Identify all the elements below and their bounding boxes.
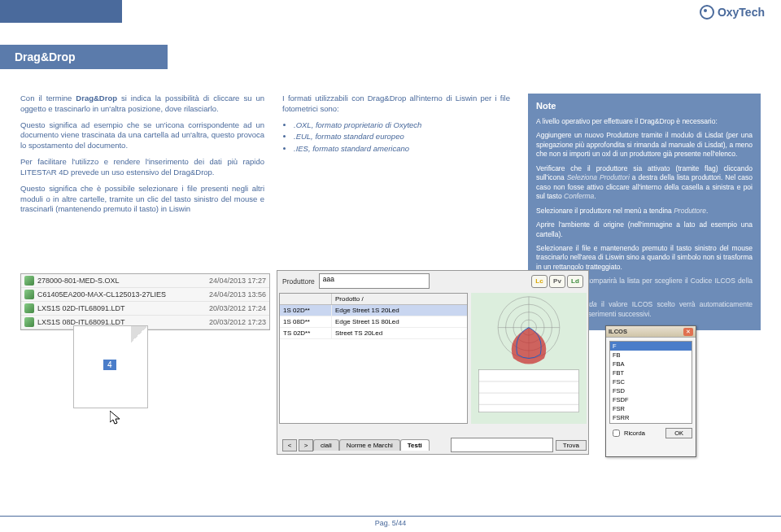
cursor-icon (110, 411, 121, 425)
brand-name: OxyTech (718, 6, 765, 19)
ricorda-label: Ricorda (624, 430, 645, 437)
header-stripe (0, 0, 122, 23)
note-para: A livello operativo per effettuare il Dr… (536, 117, 753, 126)
term-dragdrop: Drag&Drop (76, 94, 117, 102)
ricorda-checkbox[interactable]: Ricorda (609, 427, 645, 439)
format-list: .OXL, formato proprietario di Oxytech .E… (294, 120, 510, 155)
col-code (280, 294, 332, 304)
app-body: Prodotto / 1S 02D** Edge Street 1S 20Led… (277, 291, 588, 425)
list-item[interactable]: FSC (610, 377, 692, 386)
note-title: Note (536, 100, 753, 112)
list-item[interactable]: FD (610, 422, 692, 424)
col-product: Prodotto / (332, 294, 467, 304)
ricorda-input[interactable] (613, 430, 620, 437)
text: Seleziona Produttori (567, 173, 630, 181)
cell: Edge Street 1S 20Led (332, 305, 467, 316)
list-item[interactable]: FSRR (610, 413, 692, 422)
table-header: Prodotto / (280, 294, 467, 305)
drag-preview: 4 (73, 325, 148, 408)
list-item[interactable]: FBT (610, 368, 692, 377)
ilcos-listbox[interactable]: F FB FBA FBT FSC FSD FSDF FSR FSRR FD (609, 341, 692, 424)
cell: Street TS 20Led (332, 328, 467, 338)
tab[interactable]: Norme e Marchi (339, 439, 400, 451)
list-item[interactable]: FBA (610, 360, 692, 368)
file-icon (24, 317, 34, 327)
produttore-label: Produttore (282, 277, 315, 286)
note-para: Selezionare il produttore nel menù a ten… (536, 207, 753, 216)
note-para: Aprire l'ambiente di origine (nell'immag… (536, 220, 753, 239)
ld-badge[interactable]: Ld (567, 275, 583, 288)
file-date: 20/03/2012 17:24 (209, 304, 266, 312)
text: Con il termine (20, 94, 76, 102)
scroll-left-button[interactable]: < (282, 439, 297, 451)
close-icon[interactable]: ✕ (683, 328, 693, 336)
app-footer: < > ciali Norme e Marchi Testi Trova (279, 438, 587, 452)
text: . (706, 207, 708, 215)
para-formats: I formati utilizzabili con Drag&Drop all… (282, 94, 510, 115)
dialog-footer: Ricorda OK (606, 427, 696, 439)
file-list[interactable]: 278000-801-MED-S.OXL 24/04/2013 17:27 C6… (20, 273, 270, 330)
ok-button[interactable]: OK (665, 428, 692, 438)
table-row[interactable]: 1S 08D** Edge Street 1S 80Led (280, 316, 467, 328)
file-icon (24, 276, 34, 286)
format-item: .IES, formato standard americano (294, 144, 510, 155)
ilcos-dialog[interactable]: ILCOS ✕ F FB FBA FBT FSC FSD FSDF FSR FS… (605, 325, 696, 457)
scroll-right-button[interactable]: > (299, 439, 313, 451)
list-item[interactable]: FSR (610, 404, 692, 413)
file-icon (24, 303, 34, 313)
text: Selezionare il produttore nel menù a ten… (536, 207, 674, 215)
file-icon (24, 290, 34, 299)
lc-badge[interactable]: Lc (531, 275, 548, 288)
note-para: Verificare che il produttore sia attivat… (536, 164, 753, 202)
table-row[interactable]: 1S 02D** Edge Street 1S 20Led (280, 305, 467, 316)
dialog-titlebar[interactable]: ILCOS ✕ (606, 326, 696, 338)
para-litestar: Per facilitare l'utilizzo e rendere l'in… (20, 157, 264, 178)
pv-badge[interactable]: Pv (549, 275, 565, 288)
file-name: C61405EA200-MAX-CL125013-27LIES (37, 290, 209, 299)
tab[interactable]: Testi (400, 439, 430, 451)
logo-icon (700, 5, 714, 20)
cell: 1S 08D** (280, 316, 332, 327)
find-button[interactable]: Trova (556, 440, 587, 451)
produttore-combo[interactable]: aaa (319, 273, 430, 289)
list-item[interactable]: FSDF (610, 395, 692, 404)
app-toolbar: Produttore aaa Lc Pv Ld (277, 271, 588, 291)
para-selection: Questo significa che è possibile selezio… (20, 184, 264, 215)
file-date: 24/04/2013 17:27 (209, 277, 266, 285)
text: Conferma (564, 192, 594, 200)
file-date: 24/04/2013 13:56 (209, 290, 266, 299)
photometry-chart (471, 293, 587, 424)
find-box: Trova (451, 438, 587, 452)
file-row[interactable]: LXS1S 02D-ITL68091.LDT 20/03/2012 17:24 (21, 302, 269, 316)
para-example: Questo significa ad esempio che se un'ic… (20, 120, 264, 151)
page-title: Drag&Drop (0, 45, 168, 69)
cell: TS 02D** (280, 328, 332, 338)
file-row[interactable]: C61405EA200-MAX-CL125013-27LIES 24/04/20… (21, 288, 269, 302)
note-para: Selezionare il file e mantenendo premuto… (536, 244, 753, 272)
text: . (594, 192, 596, 200)
note-para: Aggiungere un nuovo Produttore tramite i… (536, 131, 753, 159)
file-date: 20/03/2012 17:23 (209, 318, 266, 326)
table-row[interactable]: TS 02D** Street TS 20Led (280, 328, 467, 339)
dialog-title: ILCOS (609, 328, 683, 335)
drag-count-badge: 4 (103, 359, 117, 371)
text: Produttore (674, 207, 706, 215)
tab-strip: ciali Norme e Marchi Testi (313, 439, 430, 451)
list-item[interactable]: F (610, 342, 692, 351)
app-panel: Produttore aaa Lc Pv Ld Prodotto / 1S 02… (277, 270, 589, 455)
para-intro: Con il termine Drag&Drop si indica la po… (20, 94, 264, 115)
cell: Edge Street 1S 80Led (332, 316, 467, 327)
file-name: LXS1S 02D-ITL68091.LDT (37, 304, 209, 312)
format-item: .OXL, formato proprietario di Oxytech (294, 120, 510, 131)
tab-scroll: < > (282, 439, 313, 451)
page-number: Pag. 5/44 (0, 516, 781, 527)
list-item[interactable]: FSD (610, 386, 692, 395)
format-item: .EUL, formato standard europeo (294, 132, 510, 142)
file-name: 278000-801-MED-S.OXL (37, 277, 209, 285)
list-item[interactable]: FB (610, 351, 692, 360)
product-table[interactable]: Prodotto / 1S 02D** Edge Street 1S 20Led… (279, 293, 468, 424)
tab[interactable]: ciali (313, 439, 339, 451)
find-input[interactable] (451, 438, 553, 452)
file-row[interactable]: 278000-801-MED-S.OXL 24/04/2013 17:27 (21, 274, 269, 288)
module-badges: Lc Pv Ld (531, 275, 583, 288)
